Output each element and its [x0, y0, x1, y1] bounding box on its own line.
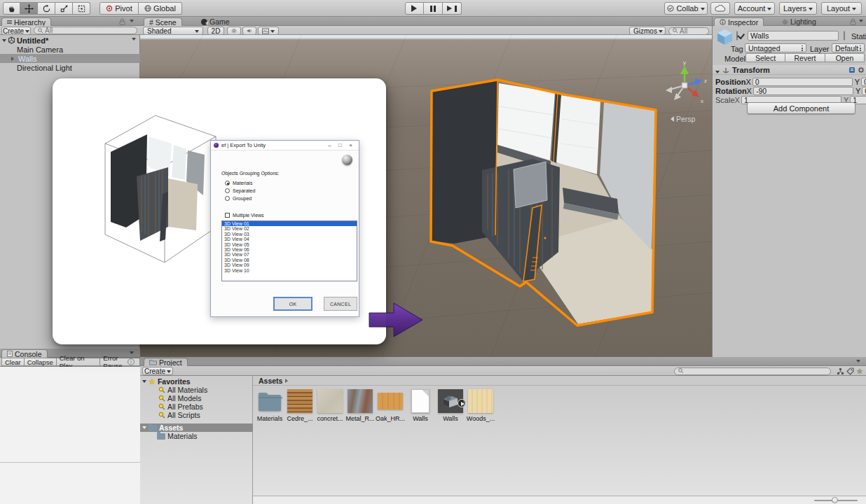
static-checkbox[interactable]: [844, 31, 845, 41]
project-search-input[interactable]: [674, 368, 831, 375]
asset-concrete-texture[interactable]: concret...: [317, 389, 343, 422]
create-button[interactable]: Create: [1, 27, 31, 35]
ok-button[interactable]: OK: [273, 297, 312, 311]
panel-menu-icon[interactable]: [130, 20, 134, 24]
radio-materials[interactable]: Materials: [225, 181, 252, 186]
favorite-all-models[interactable]: All Models: [140, 394, 253, 402]
walls-model[interactable]: [420, 70, 666, 336]
collab-dropdown[interactable]: Collab: [664, 2, 708, 15]
cancel-button[interactable]: CANCEL: [324, 297, 357, 311]
tree-item-assets[interactable]: Assets: [140, 424, 253, 432]
view-list-item[interactable]: 3D View 08: [222, 258, 357, 262]
dialog-titlebar[interactable]: ef | Export To Unity – □ ×: [211, 141, 359, 150]
axis-gizmo[interactable]: y z x: [660, 59, 709, 104]
view-list-item[interactable]: 3D View 03: [222, 232, 357, 237]
favorites-folder[interactable]: ★ Favorites: [140, 377, 253, 386]
view-list-item[interactable]: 3D View 04: [222, 237, 357, 241]
clear-button[interactable]: Clear: [1, 358, 25, 366]
asset-metal-texture[interactable]: Metal_R...: [347, 389, 373, 422]
tag-dropdown[interactable]: Untagged: [745, 43, 806, 52]
scene-row-untitled[interactable]: Untitled*: [0, 36, 140, 45]
tab-lighting[interactable]: Lighting: [777, 18, 821, 26]
breadcrumb-assets[interactable]: Assets: [259, 377, 282, 385]
rotation-x-field[interactable]: [753, 87, 853, 95]
favorite-all-materials[interactable]: All Materials: [140, 386, 253, 394]
tab-hierarchy[interactable]: Hierarchy: [1, 18, 51, 26]
layers-dropdown[interactable]: Layers: [779, 2, 817, 15]
view-list-item[interactable]: 3D View 09: [222, 262, 357, 267]
hierarchy-item-directional-light[interactable]: Directional Light: [0, 63, 140, 72]
active-checkbox[interactable]: [736, 31, 738, 41]
position-y-field[interactable]: [861, 78, 866, 86]
search-favorites-icon[interactable]: ★: [856, 368, 863, 374]
search-by-type-icon[interactable]: [837, 368, 844, 375]
multiple-views-checkbox[interactable]: Multiple Views: [225, 213, 264, 218]
account-dropdown[interactable]: Account: [734, 2, 775, 15]
audio-toggle-button[interactable]: [242, 27, 256, 35]
search-by-label-icon[interactable]: [846, 368, 854, 375]
model-revert-button[interactable]: Revert: [785, 53, 825, 62]
2d-toggle-button[interactable]: 2D: [207, 27, 224, 35]
hierarchy-item-walls[interactable]: Walls: [0, 54, 140, 63]
play-button[interactable]: [405, 2, 424, 15]
step-button[interactable]: [443, 2, 462, 15]
asset-woods-texture[interactable]: Woods_...: [467, 389, 494, 422]
hierarchy-item-main-camera[interactable]: Main Camera: [0, 45, 140, 54]
radio-separated[interactable]: Separated: [225, 188, 255, 193]
tab-console[interactable]: Console: [1, 349, 48, 358]
tab-scene[interactable]: # Scene: [144, 18, 182, 26]
position-x-field[interactable]: [752, 78, 853, 86]
object-name-field[interactable]: [748, 31, 839, 41]
move-tool-button[interactable]: [20, 2, 38, 15]
view-list-item[interactable]: 3D View 02: [222, 226, 357, 231]
model-select-button[interactable]: Select: [745, 53, 785, 62]
console-log-area[interactable]: [0, 367, 140, 504]
favorite-all-scripts[interactable]: All Scripts: [140, 411, 253, 419]
foldout-open-icon[interactable]: [2, 39, 6, 44]
pause-button[interactable]: [424, 2, 443, 15]
pivot-toggle-button[interactable]: Pivot: [99, 2, 139, 15]
view-list-item[interactable]: 3D View 05: [222, 242, 357, 247]
favorite-all-prefabs[interactable]: All Prefabs: [140, 402, 253, 411]
tab-game[interactable]: Game: [196, 18, 235, 26]
asset-oak-texture[interactable]: Oak_HR...: [377, 389, 404, 422]
rect-tool-button[interactable]: [73, 2, 90, 15]
scene-menu-icon[interactable]: [132, 38, 136, 43]
view-list-item[interactable]: 3D View 01: [222, 221, 357, 226]
tree-item-materials[interactable]: Materials: [140, 432, 253, 440]
minimize-button[interactable]: –: [324, 141, 335, 150]
view-list-item[interactable]: 3D View 10: [222, 268, 357, 273]
collapse-button[interactable]: Collapse: [25, 358, 57, 366]
rotation-y-field[interactable]: [862, 87, 866, 95]
scale-tool-button[interactable]: [55, 2, 73, 15]
play-badge-icon[interactable]: [458, 399, 466, 407]
cloud-button[interactable]: [710, 2, 730, 15]
lock-icon[interactable]: [850, 18, 856, 25]
asset-walls-model[interactable]: Walls: [437, 389, 464, 422]
tab-project[interactable]: Project: [144, 358, 188, 366]
model-open-button[interactable]: Open: [825, 53, 865, 62]
add-component-button[interactable]: Add Component: [747, 102, 855, 114]
asset-materials-folder[interactable]: Materials: [256, 389, 283, 422]
gizmos-dropdown[interactable]: Gizmos: [629, 27, 666, 35]
scene-search-input[interactable]: All: [668, 27, 709, 35]
close-button[interactable]: ×: [345, 141, 356, 150]
layer-dropdown[interactable]: Default: [832, 43, 865, 52]
asset-cedre-texture[interactable]: Cedre_...: [287, 389, 313, 422]
view-list-item[interactable]: 3D View 07: [222, 252, 357, 257]
tab-inspector[interactable]: Inspector: [714, 18, 764, 26]
effects-dropdown[interactable]: [258, 27, 279, 35]
hand-tool-button[interactable]: [3, 2, 20, 15]
maximize-button[interactable]: □: [335, 141, 345, 150]
asset-grid[interactable]: Materials Cedre_... concret... Metal_R..…: [253, 386, 866, 503]
panel-menu-icon[interactable]: [856, 360, 860, 365]
layout-dropdown[interactable]: Layout: [821, 2, 862, 15]
foldout-open-icon[interactable]: [715, 71, 720, 76]
persp-label[interactable]: Persp: [668, 115, 695, 123]
asset-walls-file[interactable]: Walls: [407, 389, 434, 422]
panel-menu-icon[interactable]: [859, 20, 863, 24]
hierarchy-search-input[interactable]: All: [34, 27, 137, 34]
help-book-icon[interactable]: [848, 66, 855, 74]
global-toggle-button[interactable]: Global: [139, 2, 182, 15]
slider-thumb[interactable]: [832, 497, 838, 503]
